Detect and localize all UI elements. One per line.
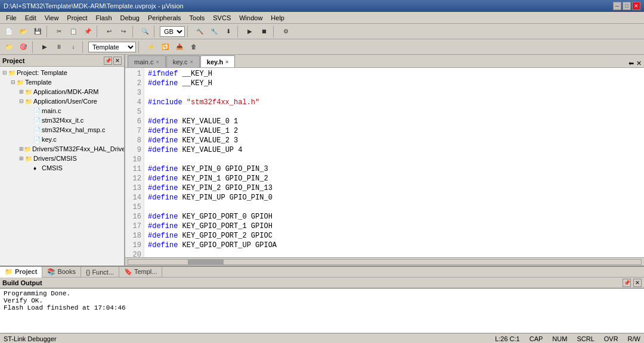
code-content[interactable]: #ifndef __KEY_H#define __KEY_H#include "… — [144, 68, 644, 257]
status-bar: ST-Link Debugger L:26 C:1 CAP NUM SCRL O… — [0, 333, 644, 343]
tree-item-template[interactable]: ⊟📁Template — [0, 77, 124, 87]
tree-item-application-mdk[interactable]: ⊞📁Application/MDK-ARM — [0, 87, 124, 96]
menu-item-view[interactable]: View — [41, 14, 63, 22]
debug-button[interactable]: ▶ — [243, 26, 256, 38]
menu-item-debug[interactable]: Debug — [117, 14, 143, 22]
expand-icon-drivers-cmsis[interactable]: ⊞ — [19, 155, 25, 161]
tree-item-application-user[interactable]: ⊟📁Application/User/Core — [0, 96, 124, 106]
new-file-button[interactable]: 📄 — [2, 26, 16, 38]
search-button[interactable]: 🔍 — [138, 26, 151, 38]
bottom-tab-project-tab[interactable]: 📁 Project — [0, 267, 42, 277]
expand-icon-drivers-hal[interactable]: ⊞ — [19, 146, 24, 152]
close-all-icon[interactable]: ✕ — [636, 60, 642, 67]
step-button[interactable]: ↓ — [67, 41, 80, 53]
run-button[interactable]: ▶ — [38, 41, 51, 53]
code-line-16[interactable]: #define KEY_GPIO_PORT_0 GPIOH — [148, 212, 640, 222]
bottom-tab-templ-tab[interactable]: 🔖 Templ... — [119, 267, 162, 277]
code-line-7[interactable]: #define KEY_VALUE_1 2 — [148, 126, 640, 136]
menu-item-file[interactable]: File — [2, 14, 20, 22]
expand-icon-project-root[interactable]: ⊟ — [2, 70, 8, 76]
tree-item-key-c[interactable]: 📄key.c — [0, 135, 124, 144]
build-panel-dock[interactable]: 📌 — [623, 279, 631, 287]
redo-button[interactable]: ↪ — [117, 26, 130, 38]
tab-main-c[interactable]: main.c× — [128, 55, 166, 67]
code-line-20[interactable] — [148, 250, 640, 257]
horizontal-scrollbar[interactable] — [125, 257, 644, 266]
project-panel-close[interactable]: ✕ — [113, 57, 122, 65]
tree-item-drivers-hal[interactable]: ⊞📁Drivers/STM32F4xx_HAL_Driver — [0, 144, 124, 154]
minimize-button[interactable]: ─ — [613, 2, 621, 10]
copy-button[interactable]: 📋 — [67, 26, 80, 38]
tree-item-cmsis[interactable]: ♦CMSIS — [0, 163, 124, 173]
code-line-6[interactable]: #define KEY_VALUE_0 1 — [148, 117, 640, 126]
line-number-16: 16 — [128, 212, 141, 222]
tree-item-main-c[interactable]: 📄main.c — [0, 106, 124, 116]
save-button[interactable]: 💾 — [31, 26, 44, 38]
code-line-2[interactable]: #define __KEY_H — [148, 79, 640, 88]
maximize-button[interactable]: □ — [623, 2, 631, 10]
build-panel-close[interactable]: ✕ — [633, 279, 642, 287]
expand-icon-application-mdk[interactable]: ⊞ — [19, 89, 25, 95]
code-line-14[interactable]: #define KEY_PIN_UP GPIO_PIN_0 — [148, 193, 640, 202]
bottom-tab-functions-tab[interactable]: {} Funct... — [81, 267, 119, 277]
menu-item-window[interactable]: Window — [236, 14, 266, 22]
stop-button[interactable]: ⏹ — [258, 26, 271, 38]
auto-scroll-icon[interactable]: ⬅ — [628, 60, 634, 67]
menu-item-help[interactable]: Help — [267, 14, 288, 22]
download-button[interactable]: ⬇ — [222, 26, 235, 38]
code-line-1[interactable]: #ifndef __KEY_H — [148, 69, 640, 79]
rebuild-button[interactable]: 🔧 — [208, 26, 221, 38]
new-project-button[interactable]: 📁 — [2, 41, 16, 53]
target-select[interactable]: GB — [160, 26, 185, 37]
menu-item-peripherals[interactable]: Peripherals — [144, 14, 185, 22]
build-output-content: Programming Done.Verify OK.Flash Load fi… — [0, 288, 644, 333]
code-line-19[interactable]: #define KEY_GPIO_PORT_UP GPIOA — [148, 241, 640, 250]
code-line-11[interactable]: #define KEY_PIN_0 GPIO_PIN_3 — [148, 164, 640, 174]
expand-icon-template[interactable]: ⊟ — [11, 79, 17, 85]
h-scroll-thumb[interactable] — [188, 260, 224, 264]
menu-item-flash[interactable]: Flash — [92, 14, 116, 22]
code-line-8[interactable]: #define KEY_VALUE_2 3 — [148, 136, 640, 145]
code-line-18[interactable]: #define KEY_GPIO_PORT_2 GPIOC — [148, 231, 640, 241]
build2-button[interactable]: ⚡ — [144, 41, 157, 53]
menu-item-svcs[interactable]: SVCS — [209, 14, 234, 22]
code-line-15[interactable] — [148, 202, 640, 212]
tree-item-stm32f4xx-it[interactable]: 📄stm32f4xx_it.c — [0, 116, 124, 125]
tab-key-c[interactable]: key.c× — [166, 55, 200, 67]
stop2-button[interactable]: ⏸ — [52, 41, 66, 53]
settings-button[interactable]: ⚙ — [279, 26, 292, 38]
build-button[interactable]: 🔨 — [193, 26, 206, 38]
cut-button[interactable]: ✂ — [52, 26, 66, 38]
close-button[interactable]: ✕ — [632, 2, 640, 10]
rebuild2-button[interactable]: 🔁 — [159, 41, 172, 53]
code-line-5[interactable] — [148, 107, 640, 117]
project-settings-button[interactable]: 🎯 — [17, 41, 30, 53]
download2-button[interactable]: 📥 — [173, 41, 186, 53]
tree-item-stm32f4xx-hal-msp[interactable]: 📄stm32f4xx_hal_msp.c — [0, 125, 124, 135]
tab-close-key-h[interactable]: × — [225, 59, 228, 65]
undo-button[interactable]: ↩ — [103, 26, 116, 38]
tree-item-drivers-cmsis[interactable]: ⊞📁Drivers/CMSIS — [0, 154, 124, 163]
code-line-13[interactable]: #define KEY_PIN_2 GPIO_PIN_13 — [148, 183, 640, 193]
bottom-tab-books-tab[interactable]: 📚 Books — [42, 267, 81, 277]
tree-item-project-root[interactable]: ⊟📁Project: Template — [0, 68, 124, 77]
menu-item-tools[interactable]: Tools — [186, 14, 209, 22]
paste-button[interactable]: 📌 — [81, 26, 94, 38]
code-line-17[interactable]: #define KEY_GPIO_PORT_1 GPIOH — [148, 222, 640, 231]
code-line-3[interactable] — [148, 88, 640, 98]
erase-button[interactable]: 🗑 — [187, 41, 200, 53]
open-button[interactable]: 📂 — [17, 26, 30, 38]
code-line-12[interactable]: #define KEY_PIN_1 GPIO_PIN_2 — [148, 174, 640, 183]
template-select[interactable]: Template — [88, 42, 136, 52]
tab-close-main-c[interactable]: × — [156, 59, 159, 65]
project-panel-dock[interactable]: 📌 — [104, 57, 112, 65]
expand-icon-application-user[interactable]: ⊟ — [19, 98, 25, 104]
tab-close-key-c[interactable]: × — [190, 59, 193, 65]
code-line-9[interactable]: #define KEY_VALUE_UP 4 — [148, 145, 640, 155]
code-editor[interactable]: 1234567891011121314151617181920212223242… — [125, 68, 644, 257]
menu-item-project[interactable]: Project — [63, 14, 91, 22]
code-line-10[interactable] — [148, 155, 640, 164]
code-line-4[interactable]: #include "stm32f4xx_hal.h" — [148, 98, 640, 107]
menu-item-edit[interactable]: Edit — [21, 14, 40, 22]
tab-key-h[interactable]: key.h× — [200, 55, 236, 67]
